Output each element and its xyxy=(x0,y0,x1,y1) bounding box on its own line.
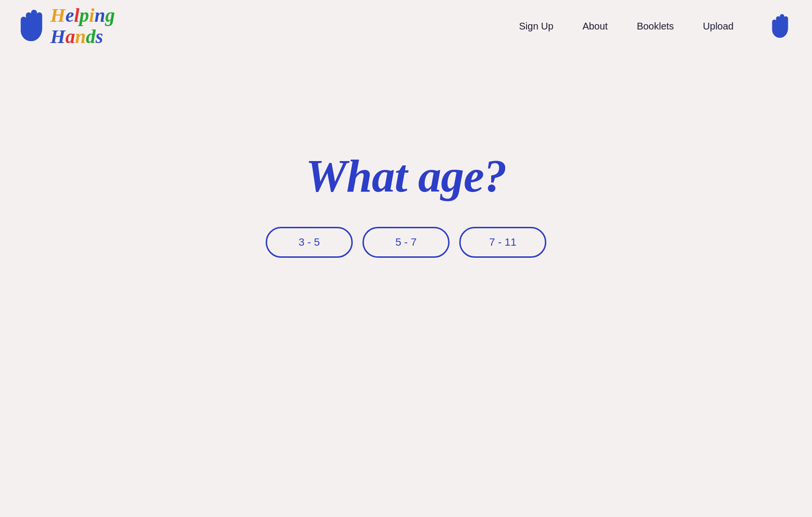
nav: Sign Up About Booklets Upload xyxy=(519,14,793,39)
nav-signup[interactable]: Sign Up xyxy=(519,21,553,32)
header: Helping Hands Sign Up About Booklets Upl… xyxy=(0,0,812,52)
age-buttons-group: 3 - 5 5 - 7 7 - 11 xyxy=(266,227,546,258)
logo-hand-icon xyxy=(15,7,48,45)
nav-about[interactable]: About xyxy=(583,21,608,32)
logo-text: Helping Hands xyxy=(50,5,115,47)
age-button-5-7[interactable]: 5 - 7 xyxy=(362,227,450,258)
age-button-7-11[interactable]: 7 - 11 xyxy=(459,227,546,258)
page-title: What age? xyxy=(305,149,506,203)
age-button-3-5[interactable]: 3 - 5 xyxy=(266,227,353,258)
nav-booklets[interactable]: Booklets xyxy=(637,21,674,32)
nav-upload[interactable]: Upload xyxy=(703,21,734,32)
hand-icon-button[interactable] xyxy=(767,14,793,39)
main-content: What age? 3 - 5 5 - 7 7 - 11 xyxy=(0,52,812,258)
logo[interactable]: Helping Hands xyxy=(15,5,115,47)
